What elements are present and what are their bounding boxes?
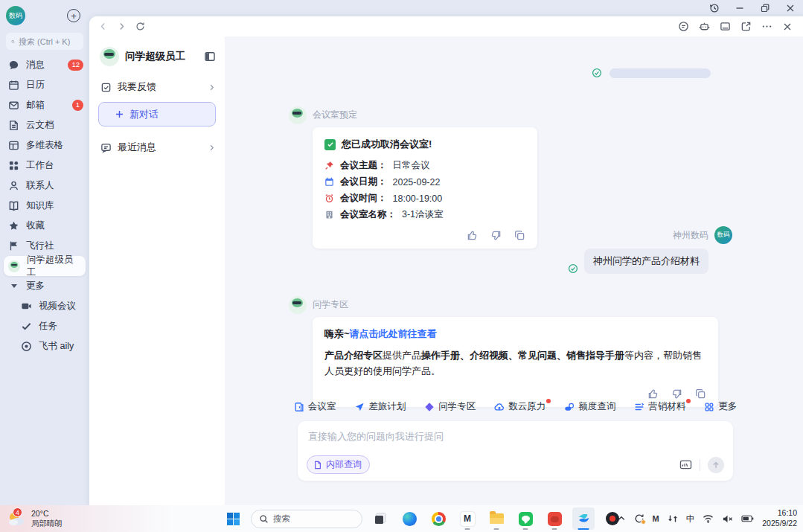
read-receipt-icon xyxy=(592,68,602,78)
sidebar-item-favorites[interactable]: 收藏 xyxy=(0,216,89,236)
user-avatar[interactable]: 数码 xyxy=(6,6,25,25)
read-receipt-icon xyxy=(568,263,578,274)
wifi-icon[interactable] xyxy=(703,514,714,524)
tab-shuyun-power[interactable]: 数云原力 xyxy=(494,400,546,413)
sidebar-item-tasks[interactable]: 任务 xyxy=(0,316,89,336)
meeting-time-row: 会议时间：18:00-19:00 xyxy=(324,192,525,205)
thumbs-down-icon[interactable] xyxy=(671,388,682,400)
notification-dot xyxy=(546,399,551,403)
tab-more[interactable]: 更多 xyxy=(704,400,737,413)
m-app-icon[interactable]: M xyxy=(456,507,479,530)
sidebar-item-calendar[interactable]: 日历 xyxy=(0,75,89,95)
zone-link[interactable]: 请点击此处前往查看 xyxy=(350,328,437,339)
collapse-panel-icon[interactable] xyxy=(204,51,216,63)
sidebar-item-video-meeting[interactable]: 视频会议 xyxy=(0,296,89,316)
mail-badge: 1 xyxy=(72,100,83,110)
volume-muted-icon[interactable] xyxy=(722,514,733,524)
document-icon xyxy=(8,120,19,131)
sidebar-item-aily[interactable]: 飞书 aily xyxy=(0,336,89,356)
system-tray: M 中 16:10 2025/9/22 xyxy=(617,508,797,528)
chevron-right-icon xyxy=(208,83,216,92)
meeting-cancel-card: 您已成功取消会议室! 会议主题：日常会议 会议日期：2025-09-22 xyxy=(313,127,537,249)
clock-widget[interactable]: 16:10 2025/9/22 xyxy=(762,508,797,528)
popout-icon[interactable] xyxy=(740,21,752,32)
restore-button[interactable] xyxy=(752,0,778,16)
sidebar-item-mail[interactable]: 邮箱 1 xyxy=(0,95,89,115)
more-menu-icon[interactable] xyxy=(761,21,772,32)
window-mode-icon[interactable] xyxy=(720,21,731,32)
recent-messages-item[interactable]: 最近消息 xyxy=(89,134,225,161)
shortcut-keyboard-icon[interactable] xyxy=(679,459,692,470)
sidebar-item-more[interactable]: 更多 xyxy=(0,276,89,296)
user-avatar[interactable]: 数码 xyxy=(714,226,732,244)
close-panel-icon[interactable] xyxy=(782,22,793,32)
tab-marketing-materials[interactable]: 营销材料 xyxy=(634,400,685,413)
book-icon xyxy=(8,200,19,211)
close-button[interactable] xyxy=(778,0,803,16)
battery-icon[interactable] xyxy=(741,514,754,523)
weather-widget[interactable]: 4 20°C 局部晴朗 xyxy=(0,509,63,528)
ime-indicator[interactable]: 中 xyxy=(686,513,695,525)
internal-query-pill[interactable]: 内部查询 xyxy=(307,455,370,474)
bot-icon[interactable] xyxy=(699,21,710,32)
taskbar-search[interactable] xyxy=(251,510,362,528)
start-button[interactable] xyxy=(222,507,244,530)
sidebar-item-contacts[interactable]: 联系人 xyxy=(0,176,89,196)
sidebar-item-messages[interactable]: 消息 12 xyxy=(0,55,89,75)
chat-input[interactable] xyxy=(308,431,723,442)
feedback-menu-item[interactable]: 我要反馈 xyxy=(89,74,225,100)
thumbs-up-icon[interactable] xyxy=(647,388,659,400)
message-skeleton xyxy=(610,68,711,78)
copy-icon[interactable] xyxy=(514,230,525,241)
chevron-right-icon xyxy=(208,144,216,152)
redcat-app-icon[interactable] xyxy=(543,507,566,530)
sync-tray-icon[interactable] xyxy=(634,513,644,524)
new-chat-button[interactable]: 新对话 xyxy=(98,102,216,126)
search-icon xyxy=(259,514,269,524)
tab-travel-plan[interactable]: 差旅计划 xyxy=(354,400,406,413)
wechat-app-icon[interactable] xyxy=(514,507,537,530)
add-icon[interactable]: + xyxy=(67,9,80,22)
meeting-room-icon xyxy=(294,402,304,412)
tray-expand-icon[interactable] xyxy=(617,514,626,523)
taskbar: 4 20°C 局部晴朗 M xyxy=(0,505,803,532)
sidebar-search[interactable] xyxy=(6,33,83,50)
loading-message-row xyxy=(592,68,711,78)
assistant-bubble-icon[interactable] xyxy=(678,21,689,32)
person-icon xyxy=(8,180,19,191)
task-view-button[interactable] xyxy=(369,507,391,530)
sidebar-search-input[interactable] xyxy=(19,37,78,46)
thumbs-down-icon[interactable] xyxy=(490,230,502,241)
sidebar-item-docs[interactable]: 云文档 xyxy=(0,115,89,135)
file-explorer-icon[interactable] xyxy=(485,507,508,530)
back-icon[interactable] xyxy=(98,22,108,31)
thumbs-up-icon[interactable] xyxy=(467,230,478,241)
minimize-button[interactable] xyxy=(727,0,752,16)
m-tray-icon[interactable]: M xyxy=(653,514,659,523)
sidebar-item-wiki[interactable]: 知识库 xyxy=(0,196,89,216)
room-icon xyxy=(324,210,334,219)
chat-input-box[interactable]: 内部查询 xyxy=(298,421,733,481)
send-button[interactable] xyxy=(708,457,724,473)
network-activity-icon[interactable] xyxy=(668,513,678,524)
tab-quota-query[interactable]: 额度查询 xyxy=(564,400,615,413)
recent-chat-icon xyxy=(100,142,112,153)
tab-wenxue-zone[interactable]: 问学专区 xyxy=(424,400,476,413)
history-icon[interactable] xyxy=(702,0,727,16)
forward-icon[interactable] xyxy=(117,22,127,31)
sidebar-item-base[interactable]: 多维表格 xyxy=(0,135,89,156)
pin-icon xyxy=(324,161,334,170)
chrome-app-icon[interactable] xyxy=(427,507,450,530)
message-sender: 问学专区 xyxy=(313,296,348,311)
flag-icon xyxy=(8,240,19,251)
user-sender: 神州数码 xyxy=(673,229,708,242)
sidebar-item-wenxue-bot[interactable]: 问学超级员工 xyxy=(4,256,86,276)
copy-icon[interactable] xyxy=(695,388,706,400)
refresh-icon[interactable] xyxy=(135,22,145,31)
feishu-app-icon[interactable] xyxy=(572,507,595,530)
tab-meeting-room[interactable]: 会议室 xyxy=(294,400,336,413)
bot-avatar-icon xyxy=(8,260,20,272)
taskbar-search-input[interactable] xyxy=(273,514,348,523)
edge-app-icon[interactable] xyxy=(398,507,420,530)
sidebar-item-workbench[interactable]: 工作台 xyxy=(0,156,89,176)
